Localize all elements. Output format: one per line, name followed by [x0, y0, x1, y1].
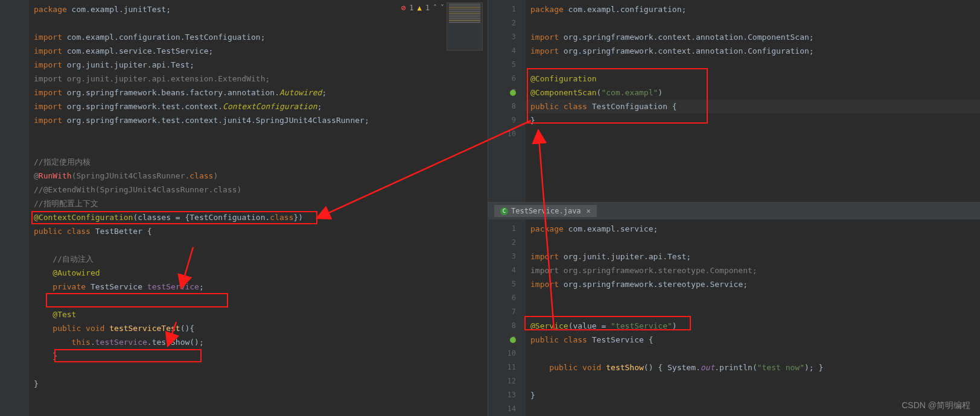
code-line[interactable]: }	[29, 349, 488, 363]
code-line[interactable]: package com.exampl.service;	[526, 222, 980, 236]
code-line[interactable]: //自动注入	[29, 252, 488, 266]
code-line[interactable]: import org.springframework.stereotype.Co…	[526, 263, 980, 277]
right-pane: 123456 7 8910 package com.exampl.configu…	[488, 0, 980, 416]
class-icon: C	[500, 207, 508, 215]
code-line[interactable]: public void testServiceTest(){	[29, 321, 488, 335]
code-line[interactable]: public void testShow() { System.out.prin…	[526, 361, 980, 374]
code-line[interactable]	[526, 58, 980, 72]
file-tab-testservice[interactable]: C TestService.java ×	[494, 205, 597, 217]
code-line[interactable]	[29, 238, 488, 252]
right-top-editor: 123456 7 8910 package com.exampl.configu…	[488, 0, 980, 203]
svg-point-0	[510, 90, 516, 96]
code-line[interactable]: import org.springframework.context.annot…	[526, 30, 980, 44]
code-line[interactable]: import org.junit.jupiter.api.extension.E…	[29, 72, 488, 86]
error-count: 1	[409, 4, 413, 12]
tab-label: TestService.java	[511, 207, 581, 215]
code-line[interactable]: import org.junit.jupiter.api.Test;	[526, 250, 980, 263]
minimap[interactable]	[447, 2, 483, 51]
code-line[interactable]	[526, 16, 980, 30]
inspections-widget[interactable]: ⊘1 ▲1 ˄ ˅	[401, 4, 444, 12]
gutter: 12345678 9 1011121314	[488, 219, 526, 416]
code-line[interactable]: public class TestService {	[526, 333, 980, 347]
code-line[interactable]: }	[526, 113, 980, 127]
code-line[interactable]	[526, 291, 980, 305]
gutter: 123456 7 8910	[488, 0, 526, 202]
code-line[interactable]: import com.exampl.service.TestService;	[29, 44, 488, 58]
code-line[interactable]: @Service(value = "testService")	[526, 319, 980, 333]
code-line[interactable]: import org.springframework.test.context.…	[29, 99, 488, 113]
right-bottom-editor: C TestService.java × 12345678 9 10111213…	[488, 203, 980, 416]
code-line[interactable]: @Autowired	[29, 266, 488, 280]
code-line[interactable]: //指明配置上下文	[29, 197, 488, 210]
bean-gutter-icon[interactable]	[509, 88, 517, 96]
watermark: CSDN @简明编程	[902, 400, 970, 411]
code-line[interactable]: import org.springframework.stereotype.Se…	[526, 277, 980, 291]
right-top-code[interactable]: package com.exampl.configuration; import…	[526, 0, 980, 202]
error-icon: ⊘	[401, 4, 406, 12]
code-line[interactable]	[29, 294, 488, 307]
tab-bar: C TestService.java ×	[488, 203, 980, 219]
code-line[interactable]	[29, 127, 488, 141]
code-line[interactable]: import org.junit.jupiter.api.Test;	[29, 58, 488, 72]
code-line[interactable]	[29, 16, 488, 30]
code-line[interactable]: import com.exampl.configuration.TestConf…	[29, 30, 488, 44]
code-line[interactable]: package com.exampl.configuration;	[526, 2, 980, 16]
svg-point-1	[510, 337, 516, 343]
code-line[interactable]: import org.springframework.context.annot…	[526, 44, 980, 58]
code-line[interactable]: this.testService.testShow();	[29, 335, 488, 349]
right-bottom-code[interactable]: package com.exampl.service; import org.j…	[526, 219, 980, 416]
code-line[interactable]: public class TestBetter {	[29, 224, 488, 238]
code-line[interactable]	[526, 236, 980, 250]
code-line[interactable]: //指定使用内核	[29, 155, 488, 169]
left-code-area[interactable]: ⊘1 ▲1 ˄ ˅ package com.exampl.junitTest; …	[29, 0, 488, 416]
code-line[interactable]	[29, 363, 488, 377]
code-line[interactable]: import org.springframework.beans.factory…	[29, 86, 488, 99]
bean-gutter-icon[interactable]	[509, 335, 517, 344]
code-line[interactable]: import org.springframework.test.context.…	[29, 113, 488, 127]
warning-icon: ▲	[418, 4, 422, 12]
code-line[interactable]: @Test	[29, 307, 488, 321]
code-line[interactable]: public class TestConfiguation {	[526, 99, 980, 113]
code-line[interactable]	[29, 141, 488, 155]
code-line[interactable]: @ContextConfiguration(classes = {TestCon…	[29, 210, 488, 224]
chevron-up-icon[interactable]: ˄	[433, 4, 437, 12]
left-gutter	[0, 0, 29, 416]
code-line[interactable]: private TestService testService;	[29, 280, 488, 294]
code-line[interactable]: //@ExtendWith(SpringJUnit4ClassRunner.cl…	[29, 183, 488, 197]
code-line[interactable]	[526, 305, 980, 319]
code-line[interactable]: @RunWith(SpringJUnit4ClassRunner.class)	[29, 169, 488, 183]
code-line[interactable]: }	[29, 377, 488, 391]
code-line[interactable]: @Configuration	[526, 72, 980, 86]
chevron-down-icon[interactable]: ˅	[441, 4, 444, 12]
code-line[interactable]: @ComponentScan("com.exampl")	[526, 86, 980, 99]
warning-count: 1	[425, 4, 430, 12]
code-line[interactable]	[526, 347, 980, 361]
left-editor-pane: ⊘1 ▲1 ˄ ˅ package com.exampl.junitTest; …	[0, 0, 488, 416]
code-line[interactable]	[526, 374, 980, 388]
close-icon[interactable]: ×	[587, 207, 591, 215]
